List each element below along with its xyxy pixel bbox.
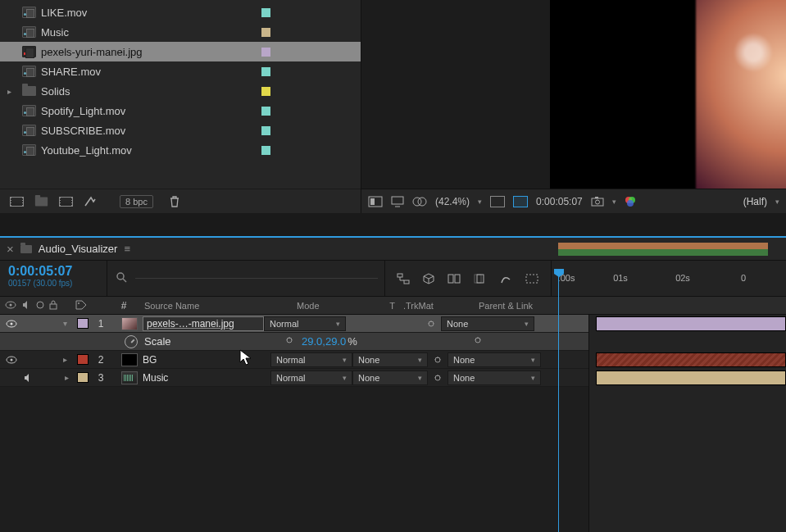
- t-column[interactable]: T: [379, 301, 395, 311]
- layer-thumb: [121, 317, 138, 330]
- snapshot-icon[interactable]: [591, 197, 604, 207]
- close-tab-icon[interactable]: ×: [7, 242, 14, 256]
- chevron-down-icon[interactable]: ▾: [775, 198, 779, 206]
- adjustment-icon[interactable]: [82, 195, 98, 208]
- project-item[interactable]: Spotify_Light.mov: [0, 101, 361, 120]
- project-item-label[interactable]: [261, 8, 270, 17]
- frame-blend-icon[interactable]: [448, 274, 461, 284]
- chevron-down-icon[interactable]: ▾: [612, 198, 616, 206]
- svg-point-3: [413, 198, 421, 206]
- color-management-icon[interactable]: [625, 196, 636, 207]
- mask-icon[interactable]: [412, 197, 427, 207]
- toggle-alpha-icon[interactable]: [368, 196, 383, 207]
- motion-blur-icon[interactable]: [474, 274, 487, 284]
- timeline-search[interactable]: [107, 261, 385, 296]
- property-value[interactable]: 29.0,29.0: [302, 335, 346, 348]
- project-item[interactable]: Youtube_Light.mov: [0, 140, 361, 160]
- playhead[interactable]: [558, 275, 559, 532]
- trash-icon[interactable]: [166, 195, 183, 208]
- project-item-label[interactable]: [261, 67, 270, 76]
- work-area-bar[interactable]: [558, 243, 786, 259]
- index-column[interactable]: #: [115, 300, 133, 311]
- graph-editor-icon[interactable]: [500, 273, 511, 284]
- project-item-label[interactable]: [261, 107, 270, 116]
- movie-file-icon: [21, 65, 36, 78]
- solo-column-icon[interactable]: [36, 301, 44, 311]
- current-timecode[interactable]: 0:00:05:07: [8, 264, 98, 279]
- video-toggle-icon[interactable]: [5, 317, 18, 330]
- mode-dropdown[interactable]: Normal▾: [270, 371, 352, 385]
- trkmat-column[interactable]: .TrkMat: [395, 301, 470, 311]
- layer-duration-bar[interactable]: [596, 316, 786, 331]
- source-name-column[interactable]: Source Name: [144, 301, 297, 311]
- comp-mini-flowchart-icon[interactable]: [397, 273, 410, 284]
- parent-column[interactable]: Parent & Link: [470, 301, 593, 311]
- constrain-proportions-icon[interactable]: [284, 335, 295, 348]
- monitor-icon[interactable]: [391, 196, 404, 207]
- layer-label[interactable]: [77, 318, 89, 329]
- project-item[interactable]: Music: [0, 22, 361, 42]
- panel-menu-icon[interactable]: ≡: [124, 243, 131, 255]
- parent-pickwhip-icon[interactable]: [428, 373, 448, 383]
- expand-icon[interactable]: ▸: [3, 87, 15, 96]
- mode-dropdown[interactable]: Normal▾: [264, 316, 346, 331]
- timeline-tracks[interactable]: [588, 315, 786, 532]
- mode-dropdown[interactable]: Normal▾: [270, 352, 352, 367]
- mode-column[interactable]: Mode: [297, 301, 379, 311]
- video-toggle-icon[interactable]: [5, 371, 18, 384]
- audio-toggle-icon[interactable]: [21, 371, 34, 384]
- parent-dropdown[interactable]: None▾: [448, 371, 541, 385]
- interpret-footage-icon[interactable]: [8, 195, 25, 208]
- chevron-down-icon[interactable]: ▾: [478, 198, 482, 206]
- layer-duration-bar[interactable]: [596, 352, 786, 367]
- new-folder-icon[interactable]: [33, 195, 49, 208]
- stopwatch-icon[interactable]: [125, 335, 138, 348]
- project-item-label[interactable]: [261, 126, 270, 135]
- layer-thumb: [121, 353, 138, 366]
- label-column[interactable]: [75, 300, 115, 311]
- project-item-label[interactable]: [261, 146, 270, 155]
- project-item-label[interactable]: [261, 87, 270, 96]
- layer-label[interactable]: [77, 354, 89, 365]
- current-time-display[interactable]: 0:00:05:07 00157 (30.00 fps): [0, 261, 107, 296]
- layer-twirl-icon[interactable]: ▾: [59, 319, 70, 328]
- audio-column-icon[interactable]: [21, 300, 31, 311]
- viewer-timecode[interactable]: 0:00:05:07: [536, 196, 583, 207]
- trkmat-dropdown[interactable]: None▾: [352, 371, 428, 385]
- project-item-label[interactable]: [261, 28, 270, 37]
- viewer-zoom[interactable]: (42.4%): [435, 196, 470, 207]
- viewer-resolution[interactable]: (Half): [743, 196, 767, 207]
- parent-dropdown[interactable]: None▾: [441, 316, 534, 331]
- draft3d-icon[interactable]: [423, 273, 434, 284]
- shy-icon[interactable]: [525, 273, 539, 284]
- viewer-canvas[interactable]: [550, 0, 786, 213]
- layer-duration-bar[interactable]: [596, 371, 786, 385]
- composition-viewer: (42.4%) ▾ 0:00:05:07 ▾ (Half) ▾: [361, 0, 786, 213]
- bpc-toggle[interactable]: 8 bpc: [120, 195, 153, 208]
- layer-twirl-icon[interactable]: ▸: [59, 355, 70, 364]
- project-item-name: Youtube_Light.mov: [41, 144, 261, 157]
- parent-pickwhip-icon[interactable]: [428, 355, 448, 365]
- new-comp-icon[interactable]: [57, 195, 74, 208]
- project-item[interactable]: SHARE.mov: [0, 61, 361, 81]
- layer-label[interactable]: [77, 372, 89, 383]
- project-item[interactable]: LIKE.mov: [0, 2, 361, 22]
- project-item-folder[interactable]: ▸ Solids: [0, 81, 361, 101]
- resolution-toggle[interactable]: [490, 196, 505, 207]
- video-column-icon[interactable]: [5, 301, 16, 311]
- project-item[interactable]: SUBSCRIBE.mov: [0, 120, 361, 140]
- region-of-interest[interactable]: [513, 196, 528, 207]
- expression-pickwhip-icon[interactable]: [472, 335, 484, 348]
- time-ruler[interactable]: :00s 01s 02s 0: [551, 261, 786, 296]
- project-item[interactable]: pexels-yuri-manei.jpg: [0, 42, 361, 61]
- lock-column-icon[interactable]: [49, 300, 57, 311]
- project-item-label[interactable]: [261, 48, 270, 57]
- comp-name[interactable]: Audio_Visualizer: [39, 243, 118, 255]
- video-toggle-icon[interactable]: [5, 353, 18, 366]
- trkmat-dropdown[interactable]: None▾: [352, 352, 428, 367]
- layer-name[interactable]: Music: [143, 372, 270, 384]
- parent-pickwhip-icon[interactable]: [421, 319, 441, 329]
- parent-dropdown[interactable]: None▾: [448, 352, 541, 367]
- layer-name[interactable]: pexels-…-manei.jpg: [143, 316, 264, 331]
- layer-twirl-icon[interactable]: ▸: [61, 373, 72, 382]
